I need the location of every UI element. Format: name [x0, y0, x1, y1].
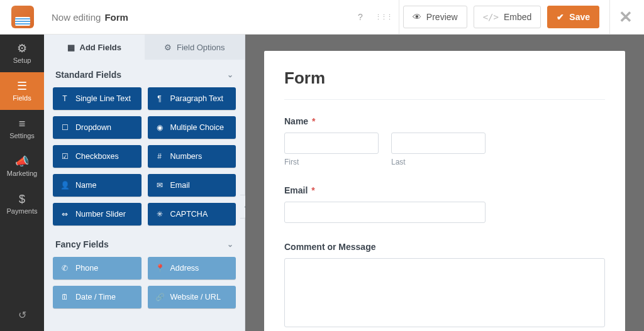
- code-icon: </>: [483, 12, 499, 22]
- field-name[interactable]: 👤Name: [53, 174, 142, 197]
- field-dropdown[interactable]: ☐Dropdown: [53, 116, 142, 139]
- required-mark: *: [311, 185, 314, 195]
- email-field-label: Email *: [284, 185, 605, 195]
- apps-icon[interactable]: ⋮⋮⋮: [375, 13, 391, 21]
- name-field-label: Name *: [284, 116, 605, 126]
- comment-field-label: Comment or Message: [284, 242, 605, 252]
- standard-fields-grid: TSingle Line Text ¶Paragraph Text ☐Dropd…: [44, 87, 245, 229]
- checkbox-icon: ☑: [60, 152, 69, 161]
- field-email[interactable]: ✉Email: [148, 174, 236, 197]
- pin-icon: 📍: [155, 264, 164, 273]
- tab-add-fields[interactable]: ▦ Add Fields: [44, 35, 145, 60]
- vnav-fields-label: Fields: [13, 94, 31, 102]
- hash-icon: #: [155, 152, 164, 161]
- save-button[interactable]: ✔ Save: [547, 6, 599, 28]
- vnav-payments-label: Payments: [7, 207, 38, 215]
- person-icon: 👤: [60, 181, 69, 190]
- vnav-setup-label: Setup: [13, 57, 31, 64]
- phone-icon: ✆: [60, 264, 69, 273]
- radio-icon: ◉: [155, 123, 164, 132]
- form-preview: Form Name * First Last Email: [264, 51, 625, 331]
- vnav-marketing[interactable]: 📣 Marketing: [0, 148, 44, 185]
- field-paragraph-text[interactable]: ¶Paragraph Text: [148, 87, 236, 110]
- field-numbers[interactable]: #Numbers: [148, 145, 236, 168]
- megaphone-icon: 📣: [15, 156, 29, 167]
- text-icon: T: [60, 94, 69, 103]
- fancy-fields-grid: ✆Phone 📍Address 🗓Date / Time 🔗Website / …: [44, 257, 245, 312]
- app-logo: [11, 6, 34, 28]
- first-name-input[interactable]: [284, 133, 379, 154]
- captcha-icon: ✳: [155, 210, 164, 219]
- tab-field-options-label: Field Options: [177, 43, 225, 52]
- group-standard-fields[interactable]: Standard Fields ⌄: [44, 60, 245, 87]
- field-checkboxes[interactable]: ☑Checkboxes: [53, 145, 142, 168]
- fields-panel: ▦ Add Fields ⚙ Field Options Standard Fi…: [44, 35, 245, 331]
- history-icon: ↺: [18, 309, 26, 321]
- form-title: Form: [284, 68, 605, 88]
- close-button[interactable]: ✕: [619, 8, 633, 27]
- chevron-down-icon: ⌄: [227, 70, 233, 79]
- group-fancy-fields[interactable]: Fancy Fields ⌄: [44, 229, 245, 257]
- topbar: Now editing Form ? ⋮⋮⋮ 👁 Preview </> Emb…: [0, 0, 644, 35]
- gear-icon: ⚙: [17, 43, 27, 54]
- topbar-divider-right: [609, 0, 610, 35]
- field-captcha[interactable]: ✳CAPTCHA: [148, 203, 236, 225]
- preview-button-label: Preview: [426, 12, 458, 22]
- form-name-label: Form: [104, 12, 128, 23]
- fields-icon: ☰: [17, 80, 27, 92]
- vnav-settings-label: Settings: [9, 132, 35, 139]
- vnav-settings[interactable]: ≡ Settings: [0, 110, 44, 148]
- form-field-comment[interactable]: Comment or Message: [284, 242, 605, 330]
- vnav-fields[interactable]: ☰ Fields: [0, 72, 44, 110]
- check-icon: ✔: [557, 12, 564, 22]
- tab-add-fields-label: Add Fields: [80, 43, 121, 52]
- fields-panel-scroll[interactable]: Standard Fields ⌄ TSingle Line Text ¶Par…: [44, 60, 245, 331]
- first-name-sublabel: First: [284, 158, 379, 166]
- sliders-icon: ≡: [19, 118, 26, 129]
- group-fancy-fields-title: Fancy Fields: [55, 239, 109, 249]
- help-icon[interactable]: ?: [352, 12, 369, 22]
- required-mark: *: [312, 116, 315, 126]
- save-button-label: Save: [569, 12, 590, 22]
- paragraph-icon: ¶: [155, 94, 164, 103]
- calendar-icon: 🗓: [60, 293, 69, 301]
- field-multiple-choice[interactable]: ◉Multiple Choice: [148, 116, 236, 139]
- email-input[interactable]: [284, 202, 486, 223]
- field-address[interactable]: 📍Address: [148, 257, 236, 279]
- panel-tabs: ▦ Add Fields ⚙ Field Options: [44, 35, 245, 60]
- topbar-divider: [399, 0, 399, 35]
- now-editing-label: Now editing: [52, 12, 101, 23]
- divider-line: [284, 99, 605, 100]
- field-date-time[interactable]: 🗓Date / Time: [53, 286, 142, 308]
- preview-button[interactable]: 👁 Preview: [403, 6, 467, 28]
- last-name-input[interactable]: [391, 133, 486, 154]
- vnav-setup[interactable]: ⚙ Setup: [0, 35, 44, 72]
- grid-icon: ▦: [67, 43, 75, 52]
- vnav-marketing-label: Marketing: [7, 170, 37, 177]
- field-website-url[interactable]: 🔗Website / URL: [148, 286, 236, 308]
- revisions-button[interactable]: ↺: [0, 298, 44, 331]
- form-field-email[interactable]: Email *: [284, 185, 605, 223]
- chevron-down-icon: ⌄: [227, 240, 233, 249]
- link-icon: 🔗: [155, 293, 164, 301]
- form-canvas[interactable]: Form Name * First Last Email: [245, 35, 644, 331]
- field-single-line-text[interactable]: TSingle Line Text: [53, 87, 142, 110]
- last-name-sublabel: Last: [391, 158, 486, 166]
- embed-button[interactable]: </> Embed: [474, 6, 541, 28]
- options-icon: ⚙: [164, 43, 172, 52]
- dropdown-icon: ☐: [60, 123, 69, 132]
- field-phone[interactable]: ✆Phone: [53, 257, 142, 279]
- field-number-slider[interactable]: ⇔Number Slider: [53, 203, 142, 225]
- embed-button-label: Embed: [504, 12, 531, 22]
- vnav-payments[interactable]: $ Payments: [0, 185, 44, 223]
- comment-textarea[interactable]: [284, 258, 605, 327]
- tab-field-options[interactable]: ⚙ Field Options: [145, 35, 245, 60]
- group-standard-fields-title: Standard Fields: [55, 70, 121, 80]
- form-field-name[interactable]: Name * First Last: [284, 116, 605, 166]
- slider-icon: ⇔: [60, 210, 69, 219]
- eye-icon: 👁: [413, 12, 421, 22]
- vertical-nav: ⚙ Setup ☰ Fields ≡ Settings 📣 Marketing …: [0, 35, 44, 331]
- envelope-icon: ✉: [155, 181, 164, 190]
- dollar-icon: $: [19, 193, 25, 205]
